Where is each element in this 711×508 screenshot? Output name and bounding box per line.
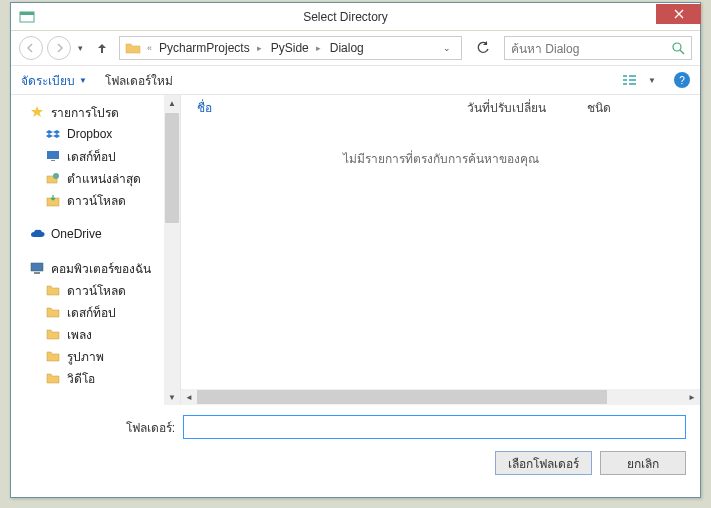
chevron-down-icon: ▼	[79, 76, 87, 85]
empty-message: ไม่มีรายการที่ตรงกับการค้นหาของคุณ	[181, 149, 700, 168]
sidebar-item-pc-desktop[interactable]: เดสก์ท็อป	[11, 301, 180, 323]
sidebar-scrollbar[interactable]: ▲ ▼	[164, 95, 180, 405]
close-button[interactable]	[656, 4, 701, 24]
svg-point-2	[673, 43, 681, 51]
cancel-button[interactable]: ยกเลิก	[600, 451, 686, 475]
dialog-window: Select Directory ▾ « PycharmProjects▸ Py…	[10, 2, 701, 498]
svg-rect-11	[51, 160, 55, 161]
chevron-down-icon: ▼	[648, 76, 656, 85]
breadcrumb-prefix: «	[144, 43, 155, 53]
sidebar: รายการโปรด Dropbox เดสก์ท็อป ตำแหน่งล่าส…	[11, 95, 181, 405]
scrollbar-track[interactable]	[197, 389, 684, 405]
svg-rect-15	[31, 263, 43, 271]
search-placeholder: ค้นหา Dialog	[511, 39, 579, 58]
navigation-bar: ▾ « PycharmProjects▸ PySide▸ Dialog ⌄ ค้…	[11, 31, 700, 65]
sidebar-group-onedrive[interactable]: OneDrive	[11, 223, 180, 245]
column-headers: ชื่อ วันที่ปรับเปลี่ยน ชนิด	[181, 95, 700, 119]
refresh-button[interactable]	[472, 37, 494, 59]
scrollbar-thumb[interactable]	[165, 113, 179, 223]
desktop-icon	[45, 148, 61, 164]
up-button[interactable]	[93, 39, 111, 57]
forward-button[interactable]	[47, 36, 71, 60]
svg-rect-7	[629, 75, 636, 77]
toolbar: จัดระเบียบ ▼ โฟลเดอร์ใหม่ ▼ ?	[11, 65, 700, 95]
column-type[interactable]: ชนิด	[587, 98, 700, 117]
horizontal-scrollbar[interactable]: ◄ ►	[181, 389, 700, 405]
app-icon	[19, 9, 35, 25]
download-icon	[45, 192, 61, 208]
folder-icon	[124, 39, 142, 57]
sidebar-item-pc-music[interactable]: เพลง	[11, 323, 180, 345]
svg-rect-9	[629, 83, 636, 85]
breadcrumb-part[interactable]: PySide▸	[269, 41, 326, 55]
content-body: รายการโปรด Dropbox เดสก์ท็อป ตำแหน่งล่าส…	[11, 95, 700, 405]
breadcrumb-part[interactable]: Dialog	[328, 41, 366, 55]
window-title: Select Directory	[35, 10, 656, 24]
computer-icon	[29, 260, 45, 276]
breadcrumb-part[interactable]: PycharmProjects▸	[157, 41, 267, 55]
scrollbar-thumb[interactable]	[197, 390, 607, 404]
sidebar-group-thispc[interactable]: คอมพิวเตอร์ของฉัน	[11, 257, 180, 279]
onedrive-icon	[29, 226, 45, 242]
sidebar-item-pc-downloads[interactable]: ดาวน์โหลด	[11, 279, 180, 301]
file-list-pane: ชื่อ วันที่ปรับเปลี่ยน ชนิด ไม่มีรายการท…	[181, 95, 700, 405]
breadcrumb-bar[interactable]: « PycharmProjects▸ PySide▸ Dialog ⌄	[119, 36, 462, 60]
sidebar-item-recent[interactable]: ตำแหน่งล่าสุด	[11, 167, 180, 189]
sidebar-item-pc-pictures[interactable]: รูปภาพ	[11, 345, 180, 367]
search-icon	[672, 42, 685, 55]
folder-label: โฟลเดอร์:	[25, 418, 175, 437]
folder-row: โฟลเดอร์:	[25, 415, 686, 439]
folder-icon	[45, 304, 61, 320]
svg-rect-16	[34, 272, 40, 274]
svg-line-3	[680, 50, 684, 54]
history-dropdown[interactable]: ▾	[75, 43, 85, 53]
new-folder-button[interactable]: โฟลเดอร์ใหม่	[105, 71, 173, 90]
select-folder-button[interactable]: เลือกโฟลเดอร์	[495, 451, 592, 475]
svg-point-13	[53, 173, 59, 179]
svg-rect-4	[623, 75, 627, 77]
column-date[interactable]: วันที่ปรับเปลี่ยน	[467, 98, 587, 117]
scroll-left-icon[interactable]: ◄	[181, 389, 197, 405]
recent-icon	[45, 170, 61, 186]
folder-input[interactable]	[183, 415, 686, 439]
star-icon	[29, 104, 45, 120]
folder-icon	[45, 348, 61, 364]
scroll-down-icon[interactable]: ▼	[164, 389, 180, 405]
titlebar: Select Directory	[11, 3, 700, 31]
svg-rect-8	[629, 79, 636, 81]
organize-menu[interactable]: จัดระเบียบ ▼	[21, 71, 87, 90]
chevron-right-icon: ▸	[313, 43, 324, 53]
column-name[interactable]: ชื่อ	[197, 98, 467, 117]
button-row: เลือกโฟลเดอร์ ยกเลิก	[25, 451, 686, 475]
folder-icon	[45, 326, 61, 342]
breadcrumb-dropdown[interactable]: ⌄	[437, 43, 457, 53]
svg-rect-1	[20, 12, 34, 15]
svg-rect-5	[623, 79, 627, 81]
sidebar-item-pc-videos[interactable]: วิดีโอ	[11, 367, 180, 389]
svg-rect-6	[623, 83, 627, 85]
scroll-up-icon[interactable]: ▲	[164, 95, 180, 111]
sidebar-item-dropbox[interactable]: Dropbox	[11, 123, 180, 145]
view-options-button[interactable]: ▼	[623, 73, 656, 87]
dropbox-icon	[45, 126, 61, 142]
footer: โฟลเดอร์: เลือกโฟลเดอร์ ยกเลิก	[11, 405, 700, 487]
chevron-right-icon: ▸	[254, 43, 265, 53]
scroll-right-icon[interactable]: ►	[684, 389, 700, 405]
search-input[interactable]: ค้นหา Dialog	[504, 36, 692, 60]
svg-rect-10	[47, 151, 59, 159]
folder-icon	[45, 282, 61, 298]
back-button[interactable]	[19, 36, 43, 60]
sidebar-item-desktop[interactable]: เดสก์ท็อป	[11, 145, 180, 167]
sidebar-item-downloads[interactable]: ดาวน์โหลด	[11, 189, 180, 211]
help-button[interactable]: ?	[674, 72, 690, 88]
sidebar-group-favorites[interactable]: รายการโปรด	[11, 101, 180, 123]
folder-icon	[45, 370, 61, 386]
